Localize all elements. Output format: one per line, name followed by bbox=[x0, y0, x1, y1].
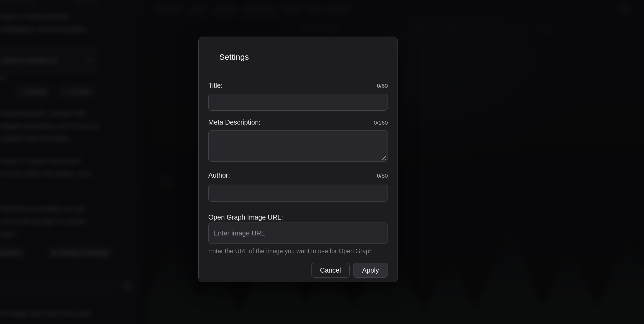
dialog-divider bbox=[207, 70, 389, 70]
meta-description-counter: 0/160 bbox=[374, 119, 388, 127]
title-char-counter: 0/60 bbox=[377, 82, 388, 90]
meta-description-label: Meta Description: bbox=[208, 118, 261, 126]
dialog-title: Settings bbox=[199, 37, 398, 62]
author-field-label: Author: bbox=[208, 171, 230, 179]
author-char-counter: 0/50 bbox=[377, 172, 388, 180]
title-field-label: Title: bbox=[208, 81, 223, 89]
og-image-url-helper-text: Enter the URL of the image you want to u… bbox=[208, 247, 388, 255]
cancel-button[interactable]: Cancel bbox=[311, 263, 350, 278]
author-input[interactable] bbox=[208, 185, 388, 202]
apply-button[interactable]: Apply bbox=[353, 263, 388, 278]
settings-dialog: Settings Title: 0/60 Meta Description: 0… bbox=[198, 37, 398, 282]
title-input[interactable] bbox=[208, 94, 388, 111]
og-image-url-label: Open Graph Image URL: bbox=[208, 213, 283, 221]
app-window: topic to, email newslette whitepapers, a… bbox=[0, 0, 644, 324]
og-image-url-input[interactable] bbox=[208, 223, 388, 244]
meta-description-textarea[interactable] bbox=[208, 130, 388, 162]
